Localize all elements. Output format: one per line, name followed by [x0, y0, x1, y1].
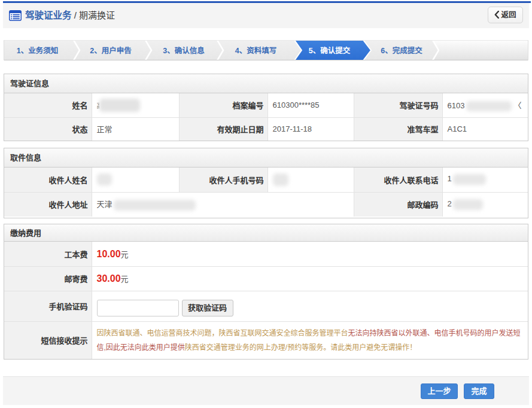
svg-text:1、业务须知: 1、业务须知	[17, 46, 58, 55]
svg-text:6、完成提交: 6、完成提交	[381, 46, 422, 55]
svg-text:4、资料填写: 4、资料填写	[235, 46, 276, 55]
svg-text:2、用户申告: 2、用户申告	[90, 46, 132, 55]
svg-text:3、确认信息: 3、确认信息	[163, 46, 205, 55]
svg-text:5、确认提交: 5、确认提交	[309, 46, 351, 55]
